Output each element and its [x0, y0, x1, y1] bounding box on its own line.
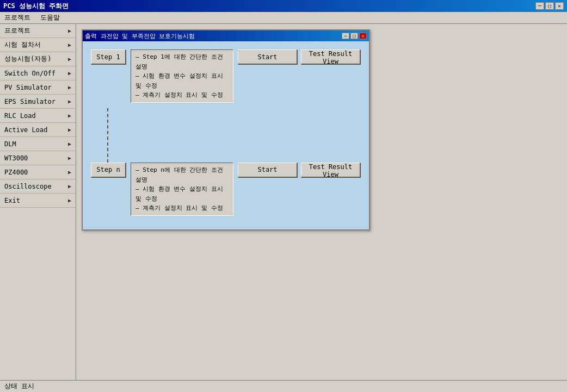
sidebar-arrow-10: ▶ — [68, 169, 71, 175]
stepn-description: – Step n에 대한 간단한 조건 설명 – 시험 환경 변수 설정치 표시… — [131, 163, 233, 216]
menu-bar: 프로젝트 도움말 — [0, 12, 567, 24]
sidebar-item-active-load[interactable]: Active Load ▶ — [0, 123, 76, 137]
sidebar-item-performance-auto[interactable]: 성능시험(자동) ▶ — [0, 52, 76, 66]
dialog-content: Step 1 – Step 1에 대한 간단한 조건 설명 – 시험 환경 변수… — [83, 41, 369, 229]
sidebar-item-pz4000[interactable]: PZ4000 ▶ — [0, 165, 76, 179]
status-text: 상태 표시 — [4, 382, 34, 391]
dialog-minimize-button[interactable]: ─ — [342, 33, 349, 39]
stepn-start-button[interactable]: Start — [238, 163, 298, 178]
sidebar-arrow-6: ▶ — [68, 113, 71, 119]
step1-desc-line1: – Step 1에 대한 간단한 조건 설명 — [135, 52, 229, 71]
sidebar-item-pv-simulator[interactable]: PV Simulator ▶ — [0, 80, 76, 95]
dialog-maximize-button[interactable]: □ — [350, 33, 358, 39]
sidebar-arrow-2: ▶ — [68, 56, 71, 62]
main-layout: 프로젝트 ▶ 시험 절차서 ▶ 성능시험(자동) ▶ Switch On/Off… — [0, 24, 567, 380]
step1-description: – Step 1에 대한 간단한 조건 설명 – 시험 환경 변수 설정치 표시… — [131, 49, 233, 103]
dialog-window: 출력 과전압 및 부족전압 보호기능시험 ─ □ ✕ Step 1 – Step… — [82, 29, 370, 231]
sidebar-arrow-8: ▶ — [68, 141, 71, 147]
step1-row: Step 1 – Step 1에 대한 간단한 조건 설명 – 시험 환경 변수… — [91, 49, 361, 103]
sidebar-arrow-1: ▶ — [68, 42, 71, 48]
stepn-action-buttons: Start Test Result View — [238, 163, 361, 178]
sidebar-item-exit[interactable]: Exit ▶ — [0, 194, 76, 208]
sidebar-arrow-12: ▶ — [68, 197, 71, 203]
stepn-row: Step n – Step n에 대한 간단한 조건 설명 – 시험 환경 변수… — [91, 163, 361, 216]
minimize-button[interactable]: ─ — [535, 2, 544, 10]
stepn-result-button[interactable]: Test Result View — [301, 163, 361, 178]
sidebar-arrow-11: ▶ — [68, 183, 71, 189]
step1-desc-line3: – 계측기 설정치 표시 및 수정 — [135, 90, 229, 100]
sidebar-arrow-7: ▶ — [68, 127, 71, 133]
sidebar-arrow-4: ▶ — [68, 84, 71, 90]
step1-action-buttons: Start Test Result View — [238, 49, 361, 65]
step-connector — [107, 108, 361, 163]
content-area: 출력 과전압 및 부족전압 보호기능시험 ─ □ ✕ Step 1 – Step… — [76, 24, 567, 380]
step1-desc-line2: – 시험 환경 변수 설정치 표시 및 수정 — [135, 71, 229, 90]
dialog-title-bar: 출력 과전압 및 부족전압 보호기능시험 ─ □ ✕ — [83, 30, 369, 41]
dialog-title-buttons: ─ □ ✕ — [342, 33, 367, 39]
app-title: PCS 성능시험 주화면 — [3, 2, 69, 11]
stepn-desc-line3: – 계측기 설정치 표시 및 수정 — [135, 203, 229, 213]
menu-item-project[interactable]: 프로젝트 — [2, 12, 33, 23]
sidebar-item-test-procedure[interactable]: 시험 절차서 ▶ — [0, 38, 76, 52]
sidebar-item-switch-onoff[interactable]: Switch On/Off ▶ — [0, 66, 76, 80]
sidebar-arrow-5: ▶ — [68, 98, 71, 104]
dashed-connector-line — [107, 108, 108, 163]
sidebar-item-eps-simulator[interactable]: EPS Simulator ▶ — [0, 95, 76, 109]
sidebar-arrow-0: ▶ — [68, 28, 71, 34]
sidebar-item-wt3000[interactable]: WT3000 ▶ — [0, 151, 76, 165]
sidebar-arrow-3: ▶ — [68, 70, 71, 76]
sidebar-item-rlc-load[interactable]: RLC Load ▶ — [0, 109, 76, 123]
maximize-button[interactable]: □ — [545, 2, 554, 10]
title-bar: PCS 성능시험 주화면 ─ □ ✕ — [0, 0, 567, 12]
menu-item-help[interactable]: 도움말 — [38, 12, 62, 23]
stepn-button[interactable]: Step n — [91, 163, 126, 178]
title-bar-buttons: ─ □ ✕ — [535, 2, 564, 10]
sidebar-arrow-9: ▶ — [68, 155, 71, 161]
step1-result-button[interactable]: Test Result View — [301, 49, 361, 65]
status-bar: 상태 표시 — [0, 380, 567, 392]
step1-button[interactable]: Step 1 — [91, 49, 126, 65]
stepn-desc-line1: – Step n에 대한 간단한 조건 설명 — [135, 165, 229, 184]
dialog-title: 출력 과전압 및 부족전압 보호기능시험 — [85, 32, 195, 40]
sidebar-item-oscilloscope[interactable]: Oscilloscope ▶ — [0, 179, 76, 194]
close-button[interactable]: ✕ — [555, 2, 564, 10]
sidebar: 프로젝트 ▶ 시험 절차서 ▶ 성능시험(자동) ▶ Switch On/Off… — [0, 24, 76, 380]
sidebar-item-project[interactable]: 프로젝트 ▶ — [0, 24, 76, 38]
sidebar-item-dlm[interactable]: DLM ▶ — [0, 137, 76, 151]
stepn-desc-line2: – 시험 환경 변수 설정치 표시 및 수정 — [135, 184, 229, 203]
step1-start-button[interactable]: Start — [238, 49, 298, 65]
dialog-close-button[interactable]: ✕ — [359, 33, 367, 39]
